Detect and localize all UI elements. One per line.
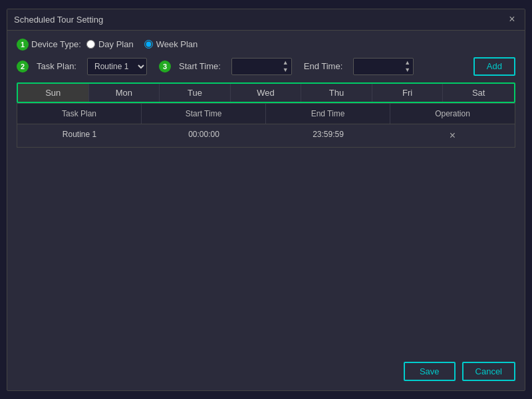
col-start-time: Start Time xyxy=(142,104,266,124)
week-plan-option[interactable]: Week Plan xyxy=(144,39,198,49)
start-time-input-wrap: 00:00:00 ▲ ▼ xyxy=(231,58,292,75)
badge-3: 3 xyxy=(159,61,171,72)
days-tabs: Sun Mon Tue Wed Thu Fri Sat xyxy=(17,82,515,103)
table-row: Routine 1 00:00:00 23:59:59 × xyxy=(17,124,515,147)
tab-wed[interactable]: Wed xyxy=(231,84,302,102)
row-task-plan: Routine 1 xyxy=(17,124,142,147)
start-time-input[interactable]: 00:00:00 xyxy=(235,62,281,71)
start-time-label: Start Time: xyxy=(179,61,221,71)
end-time-input-wrap: 23:59:59 ▲ ▼ xyxy=(353,58,414,75)
week-plan-label: Week Plan xyxy=(156,39,198,49)
tab-sat[interactable]: Sat xyxy=(443,84,514,102)
dialog-title: Scheduled Tour Setting xyxy=(14,15,103,25)
schedule-table: Task Plan Start Time End Time Operation … xyxy=(17,103,515,148)
delete-row-button[interactable]: × xyxy=(450,130,456,142)
task-plan-select[interactable]: Routine 1 Routine 2 xyxy=(87,58,147,75)
end-time-label: End Time: xyxy=(304,61,343,71)
table-header: Task Plan Start Time End Time Operation xyxy=(17,104,515,124)
day-plan-option[interactable]: Day Plan xyxy=(86,39,134,49)
row-start-time: 00:00:00 xyxy=(142,124,266,147)
end-time-input[interactable]: 23:59:59 xyxy=(356,62,403,71)
row-end-time: 23:59:59 xyxy=(266,124,390,147)
scheduled-tour-dialog: Scheduled Tour Setting × 1 Device Type: … xyxy=(7,9,525,391)
tab-fri[interactable]: Fri xyxy=(372,84,444,102)
day-plan-label: Day Plan xyxy=(98,39,134,49)
week-plan-radio[interactable] xyxy=(144,40,153,49)
day-plan-radio[interactable] xyxy=(86,40,95,49)
tab-mon[interactable]: Mon xyxy=(89,84,160,102)
start-time-spin: ▲ ▼ xyxy=(283,59,289,74)
device-type-row: 1 Device Type: Day Plan Week Plan xyxy=(17,39,515,51)
close-button[interactable]: × xyxy=(506,13,518,25)
radio-group: Day Plan Week Plan xyxy=(86,39,198,49)
task-plan-label: Task Plan: xyxy=(37,61,76,71)
col-operation: Operation xyxy=(390,104,515,124)
badge-1: 1 xyxy=(17,39,29,51)
tab-tue[interactable]: Tue xyxy=(160,84,231,102)
save-button[interactable]: Save xyxy=(404,362,456,381)
tab-sun[interactable]: Sun xyxy=(18,84,89,102)
badge-2: 2 xyxy=(17,61,29,72)
title-bar: Scheduled Tour Setting × xyxy=(7,9,525,31)
cancel-button[interactable]: Cancel xyxy=(462,362,515,381)
row-operation: × xyxy=(390,124,515,147)
add-button[interactable]: Add xyxy=(473,57,515,76)
dialog-content: 1 Device Type: Day Plan Week Plan 2 Task… xyxy=(7,31,525,156)
start-time-up[interactable]: ▲ xyxy=(283,59,289,66)
start-time-down[interactable]: ▼ xyxy=(283,66,289,74)
end-time-spin: ▲ ▼ xyxy=(404,59,410,74)
end-time-up[interactable]: ▲ xyxy=(404,59,410,66)
device-type-label: Device Type: xyxy=(31,39,81,49)
tab-thu[interactable]: Thu xyxy=(301,84,372,102)
col-end-time: End Time xyxy=(266,104,390,124)
bottom-bar: Save Cancel xyxy=(404,362,515,381)
col-task-plan: Task Plan xyxy=(17,104,142,124)
task-plan-row: 2 Task Plan: Routine 1 Routine 2 3 Start… xyxy=(17,57,515,76)
end-time-down[interactable]: ▼ xyxy=(404,66,410,74)
